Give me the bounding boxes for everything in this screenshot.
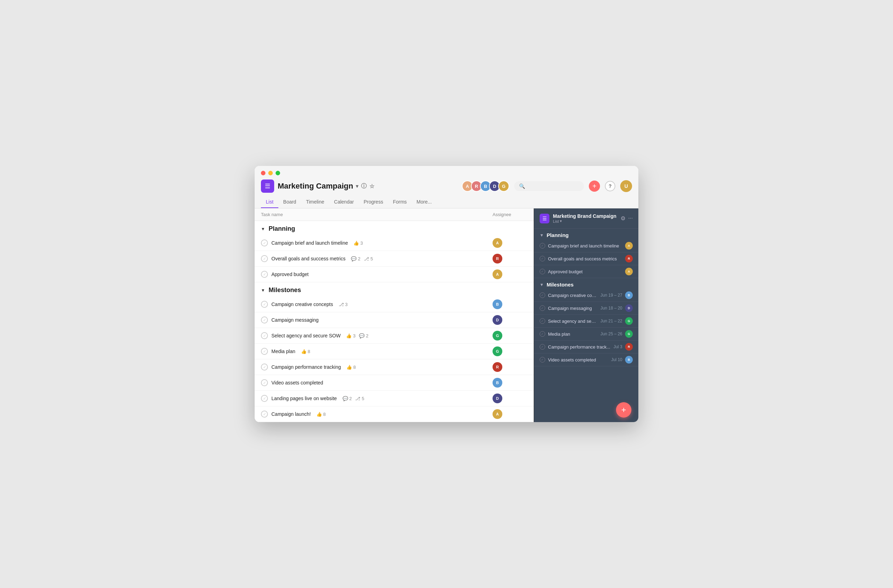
side-planning-title: Planning [547, 232, 568, 238]
milestones-toggle[interactable]: ▼ [261, 288, 265, 293]
side-task-row: ✓ Campaign performance track... Jul 3 R [534, 340, 638, 353]
task-meta: 💬 2 ⎇ 5 [351, 256, 373, 261]
side-panel-more-icon[interactable]: ··· [628, 215, 633, 222]
assignee-cell: B [493, 378, 534, 388]
side-panel-fab-button[interactable]: + [616, 402, 631, 417]
side-task-avatar: R [625, 255, 633, 262]
task-name-cell: ✓ Landing pages live on website 💬 2 ⎇ 5 [261, 395, 493, 402]
side-task-check-icon: ✓ [540, 305, 545, 311]
task-check-icon[interactable]: ✓ [261, 271, 268, 278]
star-icon[interactable]: ☆ [370, 183, 374, 190]
task-meta: 👍 8 [316, 412, 326, 417]
tab-progress[interactable]: Progress [359, 196, 388, 208]
tab-timeline[interactable]: Timeline [301, 196, 329, 208]
task-name-label: Campaign performance tracking [271, 364, 341, 370]
task-check-icon[interactable]: ✓ [261, 348, 268, 355]
project-title: Marketing Campaign ▾ ⓘ ☆ [278, 182, 374, 190]
help-button[interactable]: ? [605, 181, 615, 191]
assignee-cell: A [493, 409, 534, 419]
task-check-icon[interactable]: ✓ [261, 332, 268, 339]
subtask-count: ⎇ 5 [355, 396, 364, 401]
task-check-icon[interactable]: ✓ [261, 301, 268, 308]
task-assignee-avatar: R [493, 362, 502, 372]
task-assignee-avatar: R [493, 254, 502, 264]
side-task-row: ✓ Approved budget A [534, 265, 638, 278]
info-icon[interactable]: ⓘ [361, 183, 367, 190]
task-meta: 👍 8 [301, 349, 310, 354]
col-task-name: Task name [261, 212, 493, 217]
like-count: 👍 3 [353, 240, 363, 246]
side-panel-project-icon: ☰ [540, 214, 549, 224]
task-assignee-avatar: A [493, 269, 502, 279]
side-task-row: ✓ Select agency and secu... Jun 21 – 22 … [534, 315, 638, 328]
task-assignee-avatar: A [493, 238, 502, 248]
task-name-label: Approved budget [271, 272, 309, 277]
tab-forms[interactable]: Forms [388, 196, 412, 208]
side-task-avatar: G [625, 317, 633, 325]
task-check-icon[interactable]: ✓ [261, 240, 268, 246]
planning-title: Planning [269, 225, 295, 232]
user-avatar[interactable]: U [620, 180, 632, 192]
side-section-planning-arrow[interactable]: ▼ [540, 233, 544, 238]
avatar-5: G [498, 180, 509, 192]
task-check-icon[interactable]: ✓ [261, 395, 268, 402]
project-icon: ☰ [261, 180, 274, 193]
search-input[interactable] [528, 184, 579, 189]
app-window: ☰ Marketing Campaign ▾ ⓘ ☆ A R B D G [255, 166, 638, 422]
tab-list[interactable]: List [261, 196, 278, 208]
task-check-icon[interactable]: ✓ [261, 411, 268, 417]
side-task-row: ✓ Media plan Jun 25 – 26 G [534, 328, 638, 340]
planning-toggle[interactable]: ▼ [261, 226, 265, 231]
side-task-check-icon: ✓ [540, 318, 545, 324]
task-name-cell: ✓ Media plan 👍 8 [261, 348, 493, 355]
comment-count: 💬 2 [359, 333, 368, 339]
project-name-label: Marketing Campaign [278, 182, 353, 190]
assignee-cell: D [493, 315, 534, 325]
task-assignee-avatar: G [493, 346, 502, 356]
side-task-check-icon: ✓ [540, 357, 545, 363]
task-check-icon[interactable]: ✓ [261, 316, 268, 324]
side-task-date: Jun 25 – 26 [600, 332, 622, 336]
assignee-cell: G [493, 331, 534, 340]
side-panel-view-label: List [553, 219, 559, 224]
maximize-button[interactable] [275, 171, 280, 176]
like-count: 👍 8 [316, 412, 326, 417]
task-name-cell: ✓ Campaign messaging [261, 316, 493, 324]
assignee-cell: R [493, 254, 534, 264]
task-assignee-avatar: D [493, 393, 502, 403]
side-section-milestones-arrow[interactable]: ▼ [540, 282, 544, 287]
side-task-row: ✓ Overall goals and success metrics R [534, 252, 638, 265]
tab-board[interactable]: Board [278, 196, 301, 208]
side-task-name-label: Campaign messaging [548, 306, 598, 311]
side-section-planning: ▼ Planning [534, 229, 638, 240]
close-button[interactable] [261, 171, 265, 176]
task-meta: 👍 3 💬 2 [346, 333, 368, 339]
side-panel-actions: ⚙ ··· [621, 215, 633, 222]
task-name-label: Campaign launch! [271, 411, 311, 417]
search-bar[interactable]: 🔍 [514, 181, 584, 191]
collaborators-avatars: A R B D G [462, 180, 509, 192]
task-meta: 💬 2 ⎇ 5 [343, 396, 365, 401]
side-section-milestones: ▼ Milestones [534, 278, 638, 289]
side-task-name-label: Select agency and secu... [548, 319, 598, 324]
side-task-row: ✓ Campaign creative conc... Jun 19 – 27 … [534, 289, 638, 302]
side-panel-settings-icon[interactable]: ⚙ [621, 215, 625, 222]
comment-count: 💬 2 [343, 396, 352, 401]
tab-more[interactable]: More... [412, 196, 437, 208]
task-check-icon[interactable]: ✓ [261, 379, 268, 386]
minimize-button[interactable] [268, 171, 273, 176]
tab-calendar[interactable]: Calendar [329, 196, 359, 208]
task-meta: 👍 3 [353, 240, 363, 246]
milestones-title: Milestones [269, 286, 301, 294]
task-check-icon[interactable]: ✓ [261, 363, 268, 370]
task-name-cell: ✓ Campaign performance tracking 👍 8 [261, 363, 493, 370]
task-name-cell: ✓ Campaign launch! 👍 8 [261, 411, 493, 417]
task-name-label: Campaign brief and launch timeline [271, 240, 348, 246]
side-task-name-label: Campaign brief and launch timeline [548, 243, 622, 249]
side-task-avatar: A [625, 268, 633, 275]
side-task-date: Jul 10 [611, 357, 622, 362]
add-button[interactable]: + [589, 180, 600, 192]
side-task-check-icon: ✓ [540, 344, 545, 350]
project-dropdown-icon[interactable]: ▾ [356, 183, 358, 189]
task-check-icon[interactable]: ✓ [261, 255, 268, 262]
